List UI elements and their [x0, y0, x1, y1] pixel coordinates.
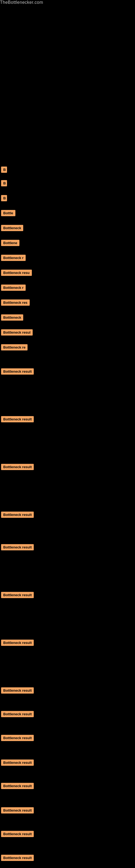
result-row-2: B	[0, 179, 135, 188]
bottleneck-label-28[interactable]: Bottleneck result	[1, 855, 34, 861]
bottleneck-label-26[interactable]: Bottleneck result	[1, 807, 34, 813]
result-row-8: Bottleneck resu	[0, 269, 135, 278]
bottleneck-label-19[interactable]: Bottleneck result	[1, 592, 34, 598]
bottleneck-label-1[interactable]: B	[1, 166, 7, 173]
result-row-4: Bottle	[0, 209, 135, 218]
result-row-12: Bottleneck resul	[0, 328, 135, 338]
result-row-18: Bottleneck result	[0, 543, 135, 553]
bottleneck-label-2[interactable]: B	[1, 180, 7, 186]
bottleneck-label-23[interactable]: Bottleneck result	[1, 735, 34, 741]
bottleneck-label-24[interactable]: Bottleneck result	[1, 760, 34, 766]
bottleneck-label-17[interactable]: Bottleneck result	[1, 512, 34, 518]
result-row-28: Bottleneck result	[0, 854, 135, 863]
result-row-7: Bottleneck r	[0, 254, 135, 263]
result-row-13: Bottleneck re	[0, 343, 135, 352]
result-row-6: Bottlene	[0, 239, 135, 248]
bottleneck-label-16[interactable]: Bottleneck result	[1, 464, 34, 470]
result-row-9: Bottleneck r	[0, 283, 135, 293]
bottleneck-label-25[interactable]: Bottleneck result	[1, 783, 34, 789]
bottleneck-label-12[interactable]: Bottleneck resul	[1, 329, 33, 336]
bottleneck-label-8[interactable]: Bottleneck resu	[1, 270, 32, 276]
bottleneck-label-14[interactable]: Bottleneck result	[1, 368, 34, 375]
bottleneck-label-21[interactable]: Bottleneck result	[1, 687, 34, 693]
bottleneck-label-20[interactable]: Bottleneck result	[1, 640, 34, 646]
site-title-text: TheBottlenecker.com	[0, 0, 43, 5]
bottleneck-label-6[interactable]: Bottlene	[1, 240, 19, 246]
bottleneck-label-4[interactable]: Bottle	[1, 210, 15, 216]
result-row-16: Bottleneck result	[0, 463, 135, 472]
result-row-14: Bottleneck result	[0, 367, 135, 377]
result-row-17: Bottleneck result	[0, 510, 135, 520]
bottleneck-label-27[interactable]: Bottleneck result	[1, 831, 34, 837]
result-row-1: B	[0, 165, 135, 175]
result-row-11: Bottleneck	[0, 313, 135, 323]
bottleneck-label-18[interactable]: Bottleneck result	[1, 544, 34, 550]
bottleneck-label-11[interactable]: Bottleneck	[1, 314, 23, 321]
result-row-24: Bottleneck result	[0, 758, 135, 768]
bottleneck-label-10[interactable]: Bottleneck res	[1, 300, 30, 306]
result-row-19: Bottleneck result	[0, 591, 135, 600]
bottleneck-label-5[interactable]: Bottleneck	[1, 225, 23, 231]
result-row-25: Bottleneck result	[0, 782, 135, 791]
result-row-15: Bottleneck result	[0, 415, 135, 425]
bottleneck-label-3[interactable]: B	[1, 195, 7, 201]
result-row-3: B	[0, 194, 135, 204]
result-row-21: Bottleneck result	[0, 686, 135, 696]
result-row-23: Bottleneck result	[0, 734, 135, 743]
result-row-26: Bottleneck result	[0, 806, 135, 816]
result-row-27: Bottleneck result	[0, 830, 135, 839]
bottleneck-label-22[interactable]: Bottleneck result	[1, 711, 34, 717]
result-row-5: Bottleneck	[0, 224, 135, 233]
bottleneck-label-15[interactable]: Bottleneck result	[1, 416, 34, 422]
site-title: TheBottlenecker.com	[0, 0, 135, 5]
result-row-22: Bottleneck result	[0, 710, 135, 719]
bottleneck-label-7[interactable]: Bottleneck r	[1, 255, 26, 261]
bottleneck-label-9[interactable]: Bottleneck r	[1, 284, 26, 291]
bottleneck-label-13[interactable]: Bottleneck re	[1, 344, 28, 350]
result-row-20: Bottleneck result	[0, 639, 135, 648]
result-row-10: Bottleneck res	[0, 299, 135, 308]
